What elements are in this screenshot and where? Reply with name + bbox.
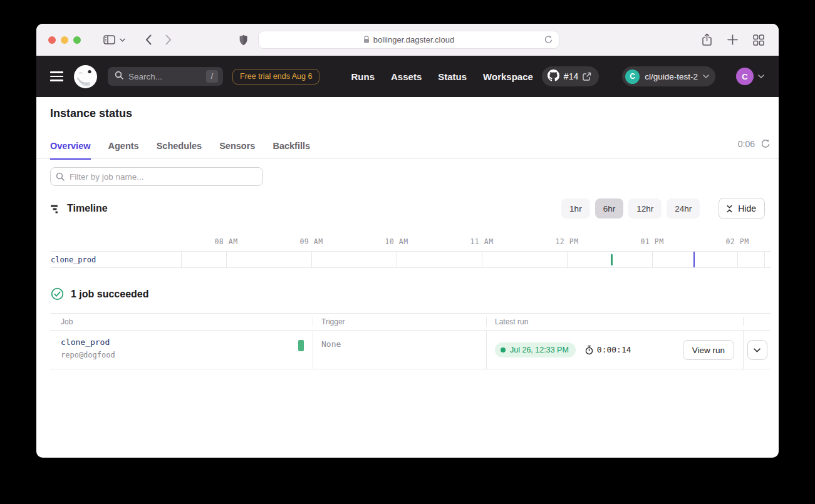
run-history-bar[interactable] — [298, 340, 304, 351]
gridline — [737, 252, 738, 267]
lock-icon — [363, 36, 370, 44]
app-header: Search... / Free trial ends Aug 6 Runs A… — [36, 56, 779, 97]
hide-timeline-button[interactable]: Hide — [719, 198, 765, 219]
job-location: repo@dogfood — [61, 351, 313, 359]
table-header: Job Trigger Latest run — [50, 313, 771, 331]
tab-overview-icon[interactable] — [753, 34, 764, 46]
window-controls — [48, 36, 81, 44]
search-icon — [56, 172, 65, 183]
tab-sensors[interactable]: Sensors — [219, 133, 255, 159]
gridline — [226, 252, 227, 267]
nav-workspace[interactable]: Workspace — [483, 71, 533, 82]
view-run-button[interactable]: View run — [683, 340, 734, 360]
chevron-down-icon — [703, 75, 709, 78]
hour-label: 09 AM — [299, 237, 323, 246]
refresh-icon[interactable] — [760, 139, 771, 149]
status-tabs: Overview Agents Schedules Sensors Backfi… — [36, 133, 779, 159]
github-icon — [548, 69, 559, 83]
search-shortcut-key: / — [206, 70, 218, 83]
range-1hr-button[interactable]: 1hr — [561, 198, 590, 219]
github-pr-badge[interactable]: #14 — [542, 66, 599, 86]
waterfall-icon — [50, 203, 61, 214]
share-icon[interactable] — [702, 33, 712, 46]
chevron-down-icon — [758, 75, 764, 78]
browser-toolbar: bollinger.dagster.cloud — [36, 24, 779, 56]
nav-assets[interactable]: Assets — [391, 71, 422, 82]
timeline-job-link[interactable]: clone_prod — [51, 255, 96, 264]
timeline-row: clone_prod — [50, 251, 771, 268]
screenshot-stage: bollinger.dagster.cloud — [0, 0, 815, 504]
gridline — [397, 252, 397, 267]
gridline — [311, 252, 312, 267]
address-bar[interactable]: bollinger.dagster.cloud — [258, 31, 559, 49]
hour-label: 12 PM — [555, 237, 578, 246]
global-search[interactable]: Search... / — [108, 67, 223, 86]
range-12hr-button[interactable]: 12hr — [628, 198, 662, 219]
column-header-latest-run: Latest run — [487, 317, 744, 326]
success-dot-icon — [501, 347, 506, 352]
timeline-heading: Timeline — [67, 203, 108, 214]
row-more-button[interactable] — [747, 340, 767, 360]
hour-label: 01 PM — [640, 237, 663, 246]
check-circle-icon — [51, 287, 64, 301]
deployment-name: cl/guide-test-2 — [645, 72, 698, 81]
hour-label: 02 PM — [725, 237, 749, 246]
nav-status[interactable]: Status — [438, 71, 467, 82]
filter-job-input[interactable] — [50, 167, 263, 186]
deployment-switcher[interactable]: C cl/guide-test-2 — [622, 66, 715, 86]
trigger-cell: None — [313, 331, 487, 369]
url-text: bollinger.dagster.cloud — [373, 35, 454, 44]
tab-agents[interactable]: Agents — [108, 133, 139, 159]
tab-backfills[interactable]: Backfills — [273, 133, 310, 159]
trial-badge[interactable]: Free trial ends Aug 6 — [232, 69, 319, 85]
table-row: clone_prod repo@dogfood None Jul 26, 12:… — [50, 331, 771, 369]
timeline-header: Timeline 1hr 6hr 12hr 24hr Hide — [50, 198, 765, 219]
search-placeholder: Search... — [128, 72, 206, 81]
search-icon — [115, 71, 123, 82]
column-header-trigger: Trigger — [313, 317, 487, 326]
new-tab-icon[interactable] — [727, 34, 738, 45]
hour-label: 08 AM — [214, 237, 237, 246]
jobs-table: Job Trigger Latest run clone_prod repo@d… — [50, 313, 771, 369]
job-filter — [50, 167, 779, 186]
tab-overview[interactable]: Overview — [50, 133, 91, 159]
privacy-shield-icon[interactable] — [238, 34, 249, 46]
range-6hr-button[interactable]: 6hr — [595, 198, 624, 219]
hour-label: 10 AM — [385, 237, 408, 246]
range-24hr-button[interactable]: 24hr — [667, 198, 700, 219]
gridline — [567, 252, 568, 267]
latest-run-badge[interactable]: Jul 26, 12:33 PM — [495, 342, 576, 357]
nav-runs[interactable]: Runs — [351, 71, 375, 82]
refresh-countdown: 0:06 — [738, 139, 755, 149]
page-title: Instance status — [50, 107, 779, 120]
menu-icon[interactable] — [50, 71, 63, 81]
dagster-logo[interactable] — [74, 65, 97, 88]
collapse-icon — [725, 204, 734, 213]
deployment-initial-badge: C — [625, 69, 640, 84]
latest-run-time: Jul 26, 12:33 PM — [510, 346, 569, 354]
zoom-window-button[interactable] — [73, 36, 81, 44]
avatar: C — [736, 68, 754, 85]
sidebar-toggle-icon[interactable] — [103, 35, 115, 44]
job-link[interactable]: clone_prod — [61, 337, 313, 347]
close-window-button[interactable] — [48, 36, 56, 44]
summary-text: 1 job succeeded — [71, 289, 149, 300]
github-pr-number: #14 — [564, 71, 578, 81]
hour-label: 11 AM — [470, 237, 493, 246]
tab-schedules[interactable]: Schedules — [157, 133, 202, 159]
gridline — [652, 252, 653, 267]
sidebar-menu-chevron-icon[interactable] — [120, 38, 125, 42]
external-link-icon — [583, 72, 591, 81]
minimize-window-button[interactable] — [61, 36, 68, 44]
top-nav: Runs Assets Status Workspace — [351, 71, 533, 82]
timeline-hour-labels: 08 AM 09 AM 10 AM 11 AM 12 PM 01 PM 02 P… — [50, 230, 771, 251]
user-menu[interactable]: C — [736, 68, 764, 85]
run-summary: 1 job succeeded — [51, 287, 779, 301]
succeeded-run-tick[interactable] — [611, 254, 613, 265]
back-button[interactable] — [145, 34, 152, 45]
browser-window: bollinger.dagster.cloud — [36, 24, 779, 458]
reload-icon[interactable] — [544, 35, 553, 46]
column-header-job: Job — [50, 317, 313, 326]
gridline — [482, 252, 482, 267]
forward-button[interactable] — [165, 34, 172, 45]
